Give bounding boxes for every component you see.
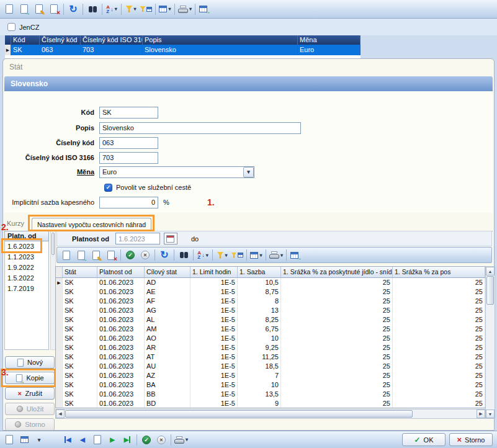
rates-cell[interactable]: AT bbox=[145, 352, 190, 362]
rates-cell[interactable]: 25 bbox=[281, 362, 393, 371]
new-row-button[interactable] bbox=[59, 248, 74, 262]
export-button[interactable]: → bbox=[289, 248, 303, 262]
povolit-checkbox[interactable]: ✓ bbox=[104, 184, 112, 192]
rates-row[interactable]: SK01.06.2023AF1E-582525 bbox=[56, 297, 485, 306]
zrusit-button[interactable]: ×Zrušit bbox=[5, 387, 55, 400]
refresh-button[interactable]: ↻ bbox=[66, 2, 81, 17]
nav-last-button[interactable]: ▶ bbox=[120, 432, 135, 447]
columns-button[interactable]: ▾ bbox=[249, 248, 264, 262]
rates-cell[interactable]: 10,5 bbox=[238, 278, 281, 287]
rates-cell[interactable]: 1E-5 bbox=[190, 352, 238, 362]
nav-doc-button[interactable] bbox=[90, 432, 105, 447]
rates-cell[interactable]: 25 bbox=[281, 306, 393, 315]
rates-cell[interactable]: 25 bbox=[281, 371, 393, 380]
validity-item-2[interactable]: 1.9.2022 bbox=[5, 262, 48, 273]
rates-header-4[interactable]: 1. Sazba bbox=[238, 267, 281, 277]
rates-row[interactable]: ▶SK01.06.2023AD1E-510,52525 bbox=[56, 278, 485, 287]
rates-cell[interactable]: 01.06.2023 bbox=[97, 287, 145, 297]
refresh-button[interactable]: ↻ bbox=[157, 248, 172, 262]
records-header-4[interactable]: Měna bbox=[298, 35, 360, 45]
kod-input[interactable]: SK bbox=[99, 107, 158, 119]
rates-cell[interactable]: SK bbox=[63, 380, 97, 390]
columns-dropdown[interactable]: ▾ bbox=[168, 6, 171, 12]
rates-cell[interactable]: 1E-5 bbox=[190, 362, 238, 371]
columns-button[interactable]: ▾ bbox=[158, 2, 172, 17]
rates-cell[interactable]: 01.06.2023 bbox=[97, 297, 145, 306]
accept-record-button[interactable]: ✓ bbox=[139, 432, 154, 447]
rates-cell[interactable]: AG bbox=[145, 306, 190, 315]
filter-dropdown[interactable]: ▾ bbox=[225, 253, 227, 258]
record-cell-1[interactable]: 063 bbox=[40, 45, 81, 55]
validity-item-4[interactable]: 1.7.2019 bbox=[5, 284, 48, 294]
detail-menu-button[interactable]: ▾ bbox=[32, 432, 47, 447]
rates-cell[interactable]: AE bbox=[145, 287, 190, 297]
edit-row-button[interactable]: ✎ bbox=[89, 248, 104, 262]
storno-button[interactable]: ×Storno bbox=[449, 433, 493, 446]
mena-dropdown-button[interactable]: ▾ bbox=[243, 167, 254, 177]
kopie-button[interactable]: →Kopie bbox=[5, 372, 55, 384]
rates-row[interactable]: SK01.06.2023BD1E-592525 bbox=[56, 399, 485, 408]
rates-cell[interactable]: 25 bbox=[281, 380, 393, 390]
storno-button[interactable]: Storno bbox=[5, 418, 55, 431]
rates-cell[interactable]: 1E-5 bbox=[190, 297, 238, 306]
validity-item-0[interactable]: 1.6.2023 bbox=[5, 241, 48, 252]
rates-cell[interactable]: 9,25 bbox=[238, 343, 281, 352]
rates-cell[interactable]: 18,5 bbox=[238, 362, 281, 371]
detail-doc-button[interactable] bbox=[2, 432, 17, 447]
rates-row[interactable]: SK01.06.2023BB1E-513,52525 bbox=[56, 390, 485, 399]
detail-list-button[interactable] bbox=[17, 432, 32, 447]
nav-next-button[interactable]: ▶ bbox=[105, 432, 120, 447]
sort-az-button[interactable]: AZ↓▾ bbox=[195, 248, 210, 262]
rates-cell[interactable]: 11,25 bbox=[238, 352, 281, 362]
rates-cell[interactable]: AM bbox=[145, 325, 190, 334]
rates-cell[interactable]: 25 bbox=[281, 343, 393, 352]
rates-cell[interactable]: 1E-5 bbox=[190, 278, 238, 287]
jencz-checkbox[interactable] bbox=[7, 23, 16, 31]
rates-cell[interactable]: SK bbox=[63, 371, 97, 380]
ciselny-kod-input[interactable]: 063 bbox=[99, 137, 158, 149]
v-scrollbar[interactable]: ▲ ▼ bbox=[485, 266, 495, 419]
platnost-od-input[interactable]: 1.6.2023 bbox=[115, 233, 160, 244]
print-dropdown[interactable]: ▾ bbox=[280, 253, 283, 258]
rates-cell[interactable]: 01.06.2023 bbox=[97, 380, 145, 390]
rates-cell[interactable]: AF bbox=[145, 297, 190, 306]
sort-az-button[interactable]: AZ↓▾ bbox=[104, 2, 119, 17]
rates-cell[interactable]: 01.06.2023 bbox=[97, 306, 145, 315]
ok-button[interactable]: ✓OK bbox=[402, 433, 446, 446]
print-button[interactable]: ▾ bbox=[177, 2, 193, 17]
mena-select[interactable]: Euro ▾ bbox=[99, 166, 254, 178]
rates-cell[interactable]: 25 bbox=[393, 278, 485, 287]
print-dropdown[interactable]: ▾ bbox=[186, 437, 188, 442]
records-header-1[interactable]: Číselný kód bbox=[40, 35, 81, 45]
rates-cell[interactable]: 1E-5 bbox=[190, 325, 238, 334]
rates-cell[interactable]: 1E-5 bbox=[190, 399, 238, 408]
rates-row[interactable]: SK01.06.2023AZ1E-572525 bbox=[56, 371, 485, 380]
rates-cell[interactable]: 25 bbox=[393, 380, 485, 390]
new-record-button[interactable] bbox=[2, 2, 17, 17]
columns-dropdown[interactable]: ▾ bbox=[259, 253, 262, 258]
rates-cell[interactable]: 01.06.2023 bbox=[97, 399, 145, 408]
rates-header-6[interactable]: 1. Srážka % za pos bbox=[393, 267, 485, 277]
rates-row[interactable]: SK01.06.2023AM1E-56,752525 bbox=[56, 325, 485, 334]
rates-cell[interactable]: SK bbox=[63, 390, 97, 399]
rates-cell[interactable]: SK bbox=[63, 297, 97, 306]
rates-cell[interactable]: 7 bbox=[238, 371, 281, 380]
records-header-0[interactable]: Kód bbox=[11, 35, 40, 45]
rates-cell[interactable]: 01.06.2023 bbox=[97, 334, 145, 343]
rates-cell[interactable]: 25 bbox=[393, 287, 485, 297]
accept-changes-button[interactable]: ✓ bbox=[123, 248, 138, 262]
filter-button[interactable]: ▾ bbox=[123, 2, 138, 17]
rates-header-2[interactable]: Cílový stat bbox=[145, 267, 190, 277]
tab-nastaveni-nahrad[interactable]: Nastavení vypočtu cestovních náhrad bbox=[32, 218, 151, 231]
filter-designer-button[interactable] bbox=[138, 2, 153, 17]
scrollbar-thumb[interactable] bbox=[65, 410, 413, 418]
record-cell-0[interactable]: SK bbox=[11, 45, 40, 55]
rates-cell[interactable]: 10 bbox=[238, 334, 281, 343]
open-record-button[interactable]: → bbox=[17, 2, 32, 17]
records-header-3[interactable]: Popis bbox=[143, 35, 298, 45]
rates-cell[interactable]: SK bbox=[63, 399, 97, 408]
rates-cell[interactable]: 1E-5 bbox=[190, 287, 238, 297]
rates-cell[interactable]: 25 bbox=[281, 297, 393, 306]
rates-cell[interactable]: 25 bbox=[281, 399, 393, 408]
rates-row[interactable]: SK01.06.2023AT1E-511,252525 bbox=[56, 352, 485, 362]
